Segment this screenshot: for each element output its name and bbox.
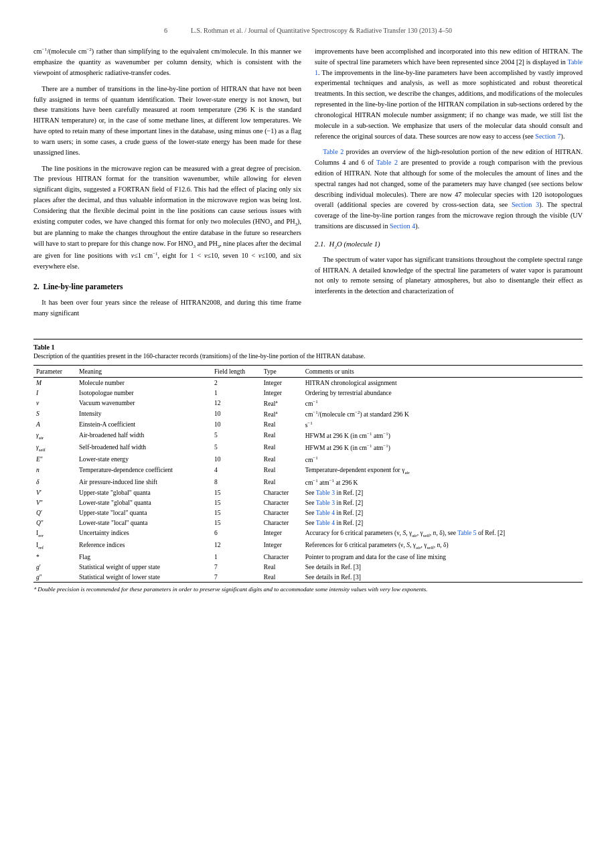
cell-field-length: 5	[212, 430, 261, 442]
cell-meaning: Vacuum wavenumber	[76, 398, 212, 408]
table-row: g″ Statistical weight of lower state 7 R…	[33, 572, 583, 583]
table5-link[interactable]: Table 5	[457, 529, 476, 536]
table3-link[interactable]: Table 3	[316, 499, 335, 506]
cell-type: Character	[261, 508, 303, 518]
cell-comments: HITRAN chronological assignment	[303, 377, 583, 388]
cell-meaning: Molecule number	[76, 377, 212, 388]
table-caption: Description of the quantities present in…	[33, 353, 583, 360]
cell-meaning: Temperature-dependence coefficient	[76, 465, 212, 477]
right-para-1: improvements have been accomplished and …	[315, 46, 583, 141]
cell-type: Integer	[261, 388, 303, 398]
table-row: γself Self-broadened half width 5 Real H…	[33, 442, 583, 454]
cell-field-length: 12	[212, 398, 261, 408]
cell-comments: See Table 3 in Ref. [2]	[303, 498, 583, 508]
col-header-meaning: Meaning	[76, 365, 212, 377]
cell-field-length: 2	[212, 377, 261, 388]
cell-param: γself	[33, 442, 76, 454]
cell-comments: HFWM at 296 K (in cm−1 atm−1)	[303, 442, 583, 454]
table-row: M Molecule number 2 Integer HITRAN chron…	[33, 377, 583, 388]
cell-meaning: Upper-state "local" quanta	[76, 508, 212, 518]
cell-type: Character	[261, 487, 303, 498]
table-row: * Flag 1 Character Pointer to program an…	[33, 552, 583, 562]
cell-meaning: Lower-state "global" quanta	[76, 498, 212, 508]
table2-link-1[interactable]: Table 2	[323, 148, 343, 155]
cell-param: Ierr	[33, 528, 76, 540]
cell-param: Q″	[33, 518, 76, 528]
cell-field-length: 5	[212, 442, 261, 454]
cell-type: Real	[261, 572, 303, 583]
cell-field-length: 7	[212, 562, 261, 572]
table-row: ν Vacuum wavenumber 12 Reala cm−1	[33, 398, 583, 408]
section7-link[interactable]: Section 7	[535, 133, 560, 140]
cell-type: Real	[261, 477, 303, 487]
left-para-1: cm−1/(molecule cm−2) rather than simplif…	[33, 46, 301, 78]
table-row: A Einstein-A coefficient 10 Real s−1	[33, 419, 583, 430]
table-row: V″ Lower-state "global" quanta 15 Charac…	[33, 498, 583, 508]
right-column: improvements have been accomplished and …	[315, 46, 583, 324]
cell-comments: HFWM at 296 K (in cm−1 atm−1)	[303, 430, 583, 442]
cell-meaning: Reference indices	[76, 540, 212, 552]
cell-meaning: Air pressure-induced line shift	[76, 477, 212, 487]
cell-meaning: Flag	[76, 552, 212, 562]
cell-param: Iref	[33, 540, 76, 552]
cell-param: *	[33, 552, 76, 562]
journal-info: L.S. Rothman et al. / Journal of Quantit…	[191, 27, 452, 34]
cell-meaning: Self-broadened half width	[76, 442, 212, 454]
page-header: 6 L.S. Rothman et al. / Journal of Quant…	[33, 27, 583, 34]
table-row: Iref Reference indices 12 Integer Refere…	[33, 540, 583, 552]
cell-param: δ	[33, 477, 76, 487]
cell-meaning: Statistical weight of upper state	[76, 562, 212, 572]
cell-param: E″	[33, 454, 76, 465]
col-header-comments: Comments or units	[303, 365, 583, 377]
cell-type: Integer	[261, 377, 303, 388]
cell-comments: References for 6 critical parameters (ν,…	[303, 540, 583, 552]
cell-type: Real	[261, 442, 303, 454]
cell-type: Character	[261, 518, 303, 528]
cell-field-length: 12	[212, 540, 261, 552]
cell-param: g″	[33, 572, 76, 583]
col-header-field-length: Field length	[212, 365, 261, 377]
cell-field-length: 15	[212, 487, 261, 498]
cell-field-length: 4	[212, 465, 261, 477]
cell-meaning: Lower-state energy	[76, 454, 212, 465]
cell-type: Reala	[261, 398, 303, 408]
table3-link[interactable]: Table 3	[316, 489, 335, 496]
cell-field-length: 7	[212, 572, 261, 583]
table-row: S Intensity 10 Reala cm−1/(molecule cm−2…	[33, 408, 583, 419]
cell-comments: See Table 4 in Ref. [2]	[303, 518, 583, 528]
cell-comments: Temperature-dependent exponent for γair	[303, 465, 583, 477]
cell-comments: cm−1 atm−1 at 296 K	[303, 477, 583, 487]
table4-link[interactable]: Table 4	[316, 519, 335, 526]
table-header-row: Parameter Meaning Field length Type Comm…	[33, 365, 583, 377]
cell-meaning: Isotopologue number	[76, 388, 212, 398]
cell-param: A	[33, 419, 76, 430]
table-row: n Temperature-dependence coefficient 4 R…	[33, 465, 583, 477]
cell-field-length: 15	[212, 508, 261, 518]
cell-field-length: 1	[212, 552, 261, 562]
table-row: V′ Upper-state "global" quanta 15 Charac…	[33, 487, 583, 498]
section4-link[interactable]: Section 4	[390, 222, 415, 230]
cell-type: Integer	[261, 528, 303, 540]
cell-param: n	[33, 465, 76, 477]
table1: Parameter Meaning Field length Type Comm…	[33, 365, 583, 583]
table-row: I Isotopologue number 1 Integer Ordering…	[33, 388, 583, 398]
cell-meaning: Einstein-A coefficient	[76, 419, 212, 430]
table2-link-2[interactable]: Table 2	[376, 159, 398, 166]
cell-meaning: Statistical weight of lower state	[76, 572, 212, 583]
table-row: g′ Statistical weight of upper state 7 R…	[33, 562, 583, 572]
cell-comments: cm−1/(molecule cm−2) at standard 296 K	[303, 408, 583, 419]
left-para-3: The line positions in the microwave regi…	[33, 163, 301, 273]
cell-comments: See Table 3 in Ref. [2]	[303, 487, 583, 498]
cell-type: Real	[261, 562, 303, 572]
table-label-text: Table 1	[33, 343, 55, 351]
table1-link[interactable]: Table 1	[315, 58, 583, 76]
cell-field-length: 6	[212, 528, 261, 540]
cell-param: γair	[33, 430, 76, 442]
cell-param: V″	[33, 498, 76, 508]
section3-link[interactable]: Section 3	[512, 201, 539, 208]
cell-type: Character	[261, 552, 303, 562]
table-footer: ᵃ Double precision is recommended for th…	[33, 586, 583, 593]
right-para-2: Table 2 provides an overview of the high…	[315, 147, 583, 232]
table4-link[interactable]: Table 4	[316, 509, 335, 516]
cell-field-length: 1	[212, 388, 261, 398]
